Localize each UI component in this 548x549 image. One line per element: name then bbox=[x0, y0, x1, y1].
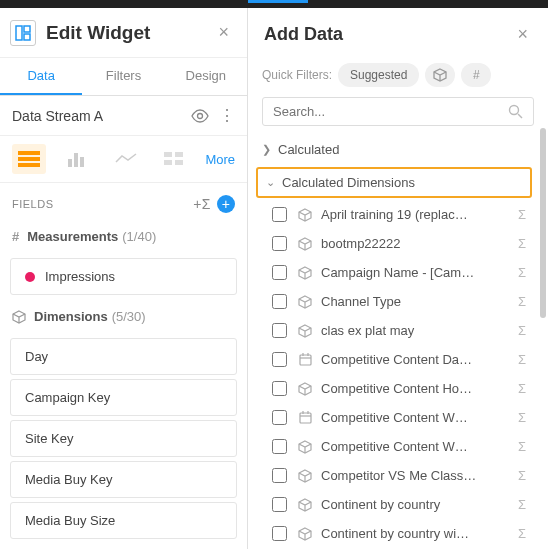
svg-rect-10 bbox=[164, 152, 172, 157]
sigma-icon[interactable]: Σ bbox=[518, 352, 526, 367]
add-formula-icon[interactable]: +Σ bbox=[193, 196, 211, 212]
field-checkbox[interactable] bbox=[272, 323, 287, 338]
sigma-icon[interactable]: Σ bbox=[518, 381, 526, 396]
field-label: Campaign Name - [Cam… bbox=[321, 265, 512, 280]
more-chart-types[interactable]: More bbox=[205, 152, 235, 167]
field-checkbox[interactable] bbox=[272, 294, 287, 309]
tab-design[interactable]: Design bbox=[165, 58, 247, 95]
group-calculated[interactable]: ❯ Calculated bbox=[248, 134, 540, 165]
dimension-item[interactable]: Site Key bbox=[10, 420, 237, 457]
sigma-icon[interactable]: Σ bbox=[518, 468, 526, 483]
cube-icon bbox=[297, 440, 313, 454]
sigma-icon[interactable]: Σ bbox=[518, 526, 526, 541]
dimension-item[interactable]: Media Buy Key bbox=[10, 461, 237, 498]
field-checkbox[interactable] bbox=[272, 468, 287, 483]
svg-rect-1 bbox=[24, 26, 30, 32]
field-checkbox[interactable] bbox=[272, 381, 287, 396]
tree-leaf: clas ex plat mayΣ bbox=[248, 316, 540, 345]
field-tree: ❯ Calculated ⌄ Calculated Dimensions Apr… bbox=[248, 134, 548, 549]
sigma-icon[interactable]: Σ bbox=[518, 207, 526, 222]
cube-icon bbox=[297, 208, 313, 222]
field-label: Media Buy Size bbox=[25, 513, 115, 528]
svg-rect-8 bbox=[74, 153, 78, 167]
chart-type-bar[interactable] bbox=[60, 144, 94, 174]
hash-icon: # bbox=[12, 229, 19, 244]
field-label: Competitive Content Da… bbox=[321, 352, 512, 367]
field-label: April training 19 (replac… bbox=[321, 207, 512, 222]
tree-leaf: April training 19 (replac…Σ bbox=[248, 200, 540, 229]
svg-rect-2 bbox=[24, 34, 30, 40]
field-label: Impressions bbox=[45, 269, 115, 284]
calendar-icon bbox=[297, 353, 313, 366]
field-checkbox[interactable] bbox=[272, 265, 287, 280]
tree-leaf: Campaign Name - [Cam…Σ bbox=[248, 258, 540, 287]
field-checkbox[interactable] bbox=[272, 236, 287, 251]
svg-rect-6 bbox=[18, 163, 40, 167]
measurement-item[interactable]: Impressions bbox=[10, 258, 237, 295]
tab-data[interactable]: Data bbox=[0, 58, 82, 95]
tree-leaf: Competitive Content W…Σ bbox=[248, 403, 540, 432]
field-label: Competitive Content Ho… bbox=[321, 381, 512, 396]
close-icon[interactable]: × bbox=[214, 18, 233, 47]
visibility-icon[interactable] bbox=[191, 109, 209, 123]
left-panel: Edit Widget × Data Filters Design Data S… bbox=[0, 8, 248, 549]
tree-leaf: Continent by country wi…Σ bbox=[248, 519, 540, 548]
right-panel: Add Data × Quick Filters: Suggested # ❯ … bbox=[248, 8, 548, 549]
tabs: Data Filters Design bbox=[0, 58, 247, 96]
field-checkbox[interactable] bbox=[272, 352, 287, 367]
tree-leaf: Competitive Content Da…Σ bbox=[248, 345, 540, 374]
tab-filters[interactable]: Filters bbox=[82, 58, 164, 95]
field-checkbox[interactable] bbox=[272, 207, 287, 222]
tree-leaf: Channel TypeΣ bbox=[248, 287, 540, 316]
svg-rect-16 bbox=[300, 355, 311, 365]
cube-icon bbox=[297, 469, 313, 483]
field-label: bootmp22222 bbox=[321, 236, 512, 251]
search-input-wrap bbox=[262, 97, 534, 126]
stream-name: Data Stream A bbox=[12, 108, 191, 124]
field-checkbox[interactable] bbox=[272, 497, 287, 512]
sigma-icon[interactable]: Σ bbox=[518, 236, 526, 251]
filter-hash-icon[interactable]: # bbox=[461, 63, 491, 87]
cube-icon bbox=[297, 324, 313, 338]
sigma-icon[interactable]: Σ bbox=[518, 497, 526, 512]
dimensions-header[interactable]: Dimensions (5/30) bbox=[0, 299, 247, 334]
cube-icon bbox=[297, 295, 313, 309]
cube-icon bbox=[297, 382, 313, 396]
dimension-item[interactable]: Campaign Key bbox=[10, 379, 237, 416]
filter-suggested[interactable]: Suggested bbox=[338, 63, 419, 87]
svg-rect-4 bbox=[18, 151, 40, 155]
close-add-data-icon[interactable]: × bbox=[513, 20, 532, 49]
dimension-item[interactable]: Day bbox=[10, 338, 237, 375]
search-input[interactable] bbox=[273, 104, 508, 119]
chart-type-grid[interactable] bbox=[157, 144, 191, 174]
tree-leaf: bootmp22222Σ bbox=[248, 229, 540, 258]
filter-cube-icon[interactable] bbox=[425, 63, 455, 87]
measurements-header[interactable]: # Measurements (1/40) bbox=[0, 219, 247, 254]
field-checkbox[interactable] bbox=[272, 410, 287, 425]
add-field-button[interactable]: + bbox=[217, 195, 235, 213]
tree-leaf: Competitor VS Me Class…Σ bbox=[248, 461, 540, 490]
tree-leaf: Competitive Content W…Σ bbox=[248, 432, 540, 461]
panel-title: Edit Widget bbox=[46, 22, 214, 44]
sigma-icon[interactable]: Σ bbox=[518, 323, 526, 338]
scrollbar[interactable] bbox=[540, 128, 546, 318]
sigma-icon[interactable]: Σ bbox=[518, 439, 526, 454]
group-calculated-dimensions[interactable]: ⌄ Calculated Dimensions bbox=[256, 167, 532, 198]
search-icon bbox=[508, 104, 523, 119]
svg-point-14 bbox=[510, 106, 519, 115]
svg-rect-5 bbox=[18, 157, 40, 161]
dimension-item[interactable]: Media Buy Size bbox=[10, 502, 237, 539]
chart-type-table[interactable] bbox=[12, 144, 46, 174]
more-menu-icon[interactable]: ⋮ bbox=[219, 106, 235, 125]
field-label: Day bbox=[25, 349, 48, 364]
sigma-icon[interactable]: Σ bbox=[518, 294, 526, 309]
sigma-icon[interactable]: Σ bbox=[518, 265, 526, 280]
sigma-icon[interactable]: Σ bbox=[518, 410, 526, 425]
svg-rect-13 bbox=[175, 160, 183, 165]
svg-rect-0 bbox=[16, 26, 22, 40]
chart-type-line[interactable] bbox=[109, 144, 143, 174]
field-label: Media Buy Key bbox=[25, 472, 112, 487]
fields-label: FIELDS bbox=[12, 198, 193, 210]
field-checkbox[interactable] bbox=[272, 526, 287, 541]
field-checkbox[interactable] bbox=[272, 439, 287, 454]
